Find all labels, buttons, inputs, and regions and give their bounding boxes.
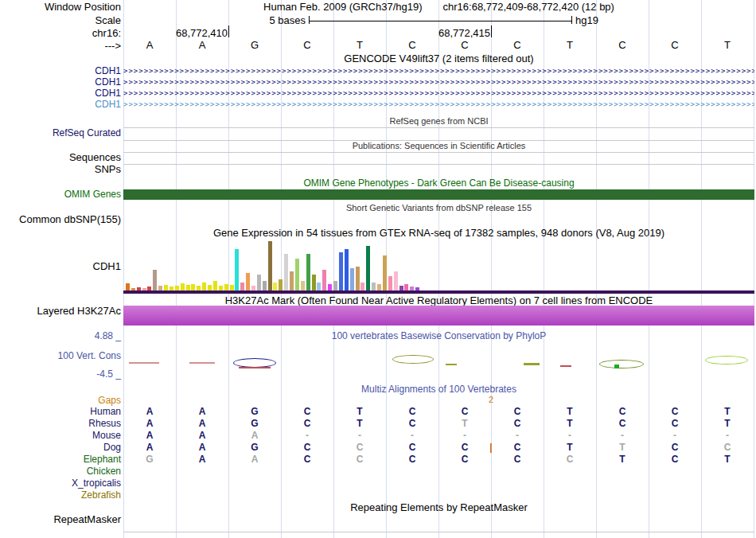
gtex-expression-bar[interactable]: [328, 284, 332, 290]
species-label-elephant[interactable]: Elephant: [84, 454, 121, 464]
h3k27ac-signal-bar[interactable]: [123, 306, 754, 326]
gene-label-cdh1-3[interactable]: CDH1: [95, 88, 121, 98]
gtex-expression-bar[interactable]: [208, 285, 212, 290]
repeatmasker-label[interactable]: RepeatMasker: [53, 514, 121, 524]
species-label-dog[interactable]: Dog: [103, 442, 121, 452]
gtex-expression-bar[interactable]: [350, 268, 354, 290]
gtex-expression-bar[interactable]: [246, 273, 250, 290]
gtex-expression-bar[interactable]: [333, 281, 337, 290]
reference-base: C: [596, 40, 649, 50]
alignment-base: C: [386, 419, 438, 428]
gtex-expression-bar[interactable]: [415, 287, 419, 290]
gtex-expression-bar[interactable]: [137, 287, 141, 290]
gtex-expression-bar[interactable]: [360, 283, 364, 290]
gtex-gene-baseline[interactable]: [123, 290, 754, 294]
gtex-expression-bar[interactable]: [284, 254, 288, 290]
gtex-expression-bar[interactable]: [147, 287, 151, 290]
gene-model-cdh1-3[interactable]: >>>>>>>>>>>>>>>>>>>>>>>>>>>>>>>>>>>>>>>>…: [123, 89, 754, 97]
species-label-zebrafish[interactable]: Zebrafish: [81, 490, 121, 500]
gtex-expression-bar[interactable]: [191, 284, 195, 290]
refseq-curated-label[interactable]: RefSeq Curated: [53, 128, 121, 138]
species-label-human[interactable]: Human: [90, 407, 121, 416]
reference-base: C: [649, 40, 701, 50]
gtex-expression-bar[interactable]: [295, 259, 299, 290]
gaps-label[interactable]: Gaps: [98, 396, 121, 405]
species-label-mouse[interactable]: Mouse: [92, 431, 121, 440]
gtex-expression-bar[interactable]: [372, 283, 376, 290]
gtex-expression-bar[interactable]: [164, 285, 168, 290]
omim-genes-label[interactable]: OMIM Genes: [64, 189, 121, 199]
phylop-min-value: -4.5 _: [96, 369, 121, 379]
gtex-expression-bar[interactable]: [388, 276, 392, 290]
omim-genes-track-bar[interactable]: [123, 189, 754, 200]
alignment-base: T: [701, 454, 754, 464]
gtex-expression-bar[interactable]: [251, 286, 255, 290]
gtex-expression-bar[interactable]: [263, 281, 267, 290]
gtex-expression-bar[interactable]: [181, 283, 185, 290]
gtex-expression-bar[interactable]: [153, 270, 157, 290]
alignment-base: C: [649, 419, 701, 428]
alignment-base: C: [438, 454, 491, 464]
dbsnp-label[interactable]: Common dbSNP(155): [19, 214, 121, 224]
insertion-marker: |: [489, 442, 493, 452]
gtex-expression-bar[interactable]: [186, 285, 190, 290]
alignment-base: A: [176, 454, 228, 464]
gtex-expression-bar[interactable]: [377, 284, 381, 290]
gtex-expression-bar[interactable]: [131, 288, 135, 290]
gene-model-cdh1-2[interactable]: >>>>>>>>>>>>>>>>>>>>>>>>>>>>>>>>>>>>>>>>…: [123, 78, 754, 86]
gtex-expression-bar[interactable]: [356, 267, 360, 290]
alignment-base: A: [176, 419, 228, 428]
gtex-expression-bar[interactable]: [158, 286, 162, 290]
species-label-chicken[interactable]: Chicken: [87, 466, 121, 476]
gtex-expression-bar[interactable]: [230, 285, 234, 290]
gtex-expression-bar[interactable]: [290, 271, 294, 290]
reference-base: A: [123, 40, 176, 50]
gtex-expression-bar[interactable]: [235, 249, 239, 290]
gtex-expression-bar[interactable]: [312, 275, 316, 290]
gene-label-cdh1-4[interactable]: CDH1: [95, 99, 121, 109]
gtex-expression-bar[interactable]: [404, 284, 408, 290]
reference-base: T: [333, 40, 386, 50]
gtex-expression-bar[interactable]: [410, 287, 414, 290]
gtex-expression-bar[interactable]: [399, 286, 403, 290]
gene-label-cdh1-1[interactable]: CDH1: [95, 66, 121, 76]
sequences-label[interactable]: Sequences: [69, 152, 121, 162]
track-separator-line: [123, 152, 754, 153]
gtex-expression-bar[interactable]: [219, 286, 223, 290]
gtex-expression-bar[interactable]: [306, 254, 310, 290]
gtex-expression-bar[interactable]: [142, 288, 146, 290]
gtex-expression-bar[interactable]: [213, 281, 217, 290]
gtex-expression-bar[interactable]: [240, 283, 244, 290]
snps-label[interactable]: SNPs: [95, 164, 121, 174]
gtex-expression-bar[interactable]: [301, 281, 305, 290]
gtex-expression-bar[interactable]: [322, 270, 326, 290]
phylop-track-label[interactable]: 100 Vert. Cons: [58, 351, 121, 361]
gtex-expression-bar[interactable]: [273, 283, 277, 290]
coordinate-tick-left: [228, 25, 229, 37]
species-label-x_tropicalis[interactable]: X_tropicalis: [72, 478, 121, 488]
h3k27ac-track-title: H3K27Ac Mark (Often Found Near Active Re…: [123, 295, 754, 306]
gene-label-cdh1-2[interactable]: CDH1: [95, 77, 121, 87]
gtex-expression-bar[interactable]: [279, 279, 283, 290]
track-separator-line: [123, 532, 754, 532]
gtex-expression-bar[interactable]: [170, 287, 173, 290]
gtex-expression-bar[interactable]: [268, 241, 272, 290]
gtex-expression-bar[interactable]: [224, 284, 228, 290]
gtex-expression-bar[interactable]: [197, 286, 201, 290]
gtex-expression-bar[interactable]: [317, 283, 321, 290]
gene-model-cdh1-4[interactable]: >>>>>>>>>>>>>>>>>>>>>>>>>>>>>>>>>>>>>>>>…: [123, 100, 754, 108]
gtex-expression-bar[interactable]: [175, 286, 179, 290]
gtex-expression-bar[interactable]: [202, 283, 206, 290]
gtex-expression-bar[interactable]: [257, 275, 261, 290]
assembly-name: Human Feb. 2009 (GRCh37/hg19): [263, 1, 422, 13]
gtex-gene-label[interactable]: CDH1: [93, 261, 121, 271]
species-label-rhesus[interactable]: Rhesus: [88, 419, 121, 428]
gtex-expression-bar[interactable]: [394, 271, 398, 290]
gtex-expression-bar[interactable]: [126, 283, 130, 290]
gtex-expression-bar[interactable]: [383, 255, 387, 290]
gene-model-cdh1-1[interactable]: >>>>>>>>>>>>>>>>>>>>>>>>>>>>>>>>>>>>>>>>…: [123, 67, 754, 75]
gtex-expression-bar[interactable]: [339, 252, 343, 290]
gtex-expression-bar[interactable]: [345, 249, 349, 290]
gtex-expression-bar[interactable]: [366, 246, 370, 290]
h3k27ac-label[interactable]: Layered H3K27Ac: [37, 306, 121, 316]
